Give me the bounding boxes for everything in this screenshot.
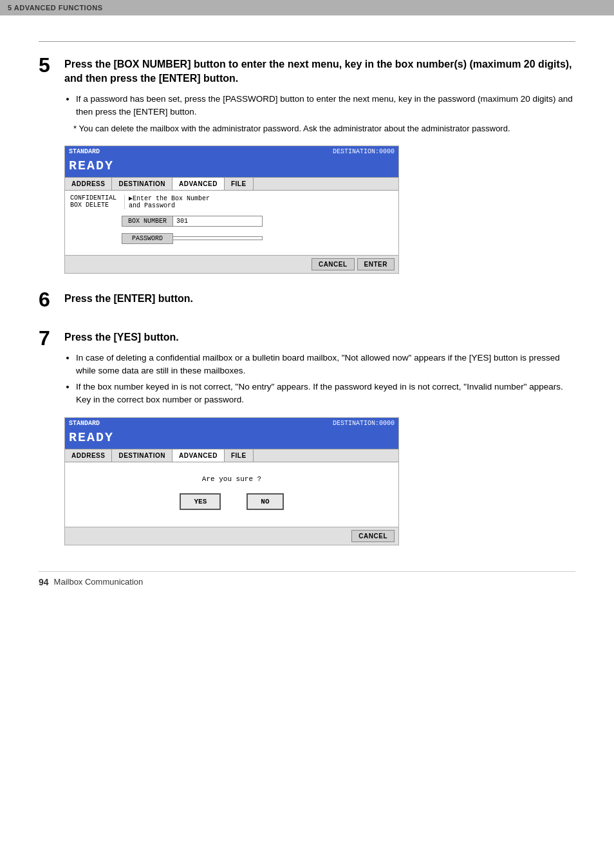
- step-6-number: 6: [39, 289, 64, 310]
- screen2-body: Are you sure ? YES NO: [65, 462, 398, 527]
- screen2-tab-advanced[interactable]: ADVANCED: [172, 449, 225, 462]
- step-7-bullets: In case of deleting a confidential mailb…: [76, 352, 575, 407]
- screen1-main: ▶Enter the Box Number and Password: [129, 194, 393, 209]
- screen1-enter-button[interactable]: ENTER: [357, 258, 395, 270]
- screen1-password-field[interactable]: [172, 236, 263, 240]
- page-number: 94: [39, 577, 49, 587]
- step-7-bullet-2: If the box number keyed in is not correc…: [76, 381, 575, 407]
- screen2-bottom-bar: CANCEL: [65, 527, 398, 545]
- screen2-tab-destination[interactable]: DESTINATION: [112, 449, 172, 462]
- step-5-title: Press the [BOX NUMBER] button to enter t…: [64, 57, 575, 86]
- header-bar: 5 ADVANCED FUNCTIONS: [0, 0, 614, 15]
- step-6-content: Press the [ENTER] button.: [64, 292, 575, 312]
- screen1-sidebar: CONFIDENTIAL BOX DELETE: [70, 194, 125, 209]
- screen1-tabs: ADDRESS DESTINATION ADVANCED FILE: [65, 177, 398, 191]
- screen1-password-label: PASSWORD: [122, 233, 173, 244]
- header-label: 5 ADVANCED FUNCTIONS: [8, 4, 103, 12]
- screen2-are-you-sure: Are you sure ?: [70, 475, 393, 483]
- screen2-yes-button[interactable]: YES: [180, 493, 221, 510]
- screen1-sidebar-line1: CONFIDENTIAL: [70, 194, 122, 202]
- screen1-main-line2: and Password: [129, 202, 393, 209]
- screen1-box-number-label: BOX NUMBER: [122, 216, 173, 227]
- screen1-cancel-button[interactable]: CANCEL: [312, 258, 355, 270]
- screen1-destination: DESTINATION:0000: [333, 148, 395, 155]
- main-content: 5 Press the [BOX NUMBER] button to enter…: [0, 15, 614, 613]
- screen1-sidebar-line2: BOX DELETE: [70, 202, 122, 209]
- screen1-tab-address[interactable]: ADDRESS: [65, 178, 112, 190]
- screen1-sidebar-content: CONFIDENTIAL BOX DELETE ▶Enter the Box N…: [70, 194, 393, 209]
- step-5-content: Press the [BOX NUMBER] button to enter t…: [64, 57, 575, 274]
- screen-mockup-2: STANDARD DESTINATION:0000 READY ADDRESS …: [64, 417, 399, 545]
- screen1-standard: STANDARD: [69, 148, 100, 155]
- top-divider: [39, 41, 575, 42]
- screen-mockup-1: STANDARD DESTINATION:0000 READY ADDRESS …: [64, 146, 399, 274]
- step-7-block: 7 Press the [YES] button. In case of del…: [39, 330, 575, 545]
- step-5-block: 5 Press the [BOX NUMBER] button to enter…: [39, 57, 575, 274]
- screen2-standard: STANDARD: [69, 420, 100, 427]
- footer-label: Mailbox Communication: [54, 577, 144, 587]
- yes-no-buttons: YES NO: [70, 493, 393, 510]
- screen2-cancel-button[interactable]: CANCEL: [351, 530, 395, 542]
- screen1-tab-destination[interactable]: DESTINATION: [112, 178, 172, 190]
- screen2-yes-no-area: Are you sure ? YES NO: [70, 466, 393, 515]
- step-7-content: Press the [YES] button. In case of delet…: [64, 330, 575, 545]
- screen2-tabs: ADDRESS DESTINATION ADVANCED FILE: [65, 449, 398, 462]
- screen2-destination: DESTINATION:0000: [333, 420, 395, 427]
- screen1-tab-file[interactable]: FILE: [225, 178, 254, 190]
- step-6-title: Press the [ENTER] button.: [64, 292, 575, 306]
- screen1-tab-advanced[interactable]: ADVANCED: [172, 178, 225, 190]
- screen1-password-row: PASSWORD: [122, 233, 393, 244]
- screen1-ready: READY: [65, 157, 398, 177]
- step-5-bullets: If a password has been set, press the [P…: [76, 93, 575, 119]
- screen1-main-line1: ▶Enter the Box Number: [129, 194, 393, 202]
- screen1-box-number-row: BOX NUMBER 301: [122, 216, 393, 227]
- footer: 94 Mailbox Communication: [39, 571, 575, 587]
- screen1-top-bar: STANDARD DESTINATION:0000: [65, 146, 398, 157]
- step-5-note: You can delete the mailbox with the admi…: [73, 122, 575, 135]
- step-5-number: 5: [39, 55, 64, 75]
- screen2-top-bar: STANDARD DESTINATION:0000: [65, 418, 398, 429]
- screen2-tab-address[interactable]: ADDRESS: [65, 449, 112, 462]
- screen1-box-number-field[interactable]: 301: [172, 216, 263, 227]
- screen2-tab-file[interactable]: FILE: [225, 449, 254, 462]
- screen1-body: CONFIDENTIAL BOX DELETE ▶Enter the Box N…: [65, 191, 398, 255]
- step-7-title: Press the [YES] button.: [64, 330, 575, 344]
- step-7-number: 7: [39, 328, 64, 348]
- screen1-bottom-bar: CANCEL ENTER: [65, 255, 398, 273]
- screen2-no-button[interactable]: NO: [247, 493, 283, 510]
- screen2-ready: READY: [65, 429, 398, 449]
- step-6-block: 6 Press the [ENTER] button.: [39, 292, 575, 312]
- step-7-bullet-1: In case of deleting a confidential mailb…: [76, 352, 575, 378]
- step-5-bullet-1: If a password has been set, press the [P…: [76, 93, 575, 119]
